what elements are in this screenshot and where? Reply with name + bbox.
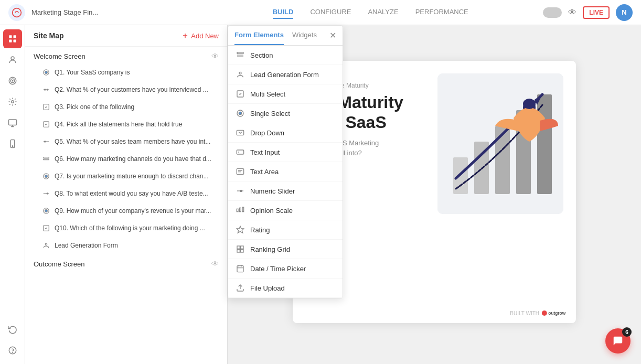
svg-rect-27 [44, 159, 49, 160]
sidebar-item-home[interactable] [3, 29, 22, 48]
svg-point-14 [12, 352, 13, 352]
lead-gen-text: Lead Generation Form [55, 242, 118, 249]
icon-sidebar [0, 25, 25, 364]
element-item-opinion-scale[interactable]: Opinion Scale [228, 201, 343, 220]
element-label-single-select: Single Select [250, 110, 290, 117]
logo[interactable] [8, 4, 25, 21]
close-panel-button[interactable]: ✕ [329, 30, 336, 40]
question-item-q8[interactable]: Q8. To what extent would you say you hav… [29, 185, 223, 202]
tab-configure[interactable]: CONFIGURE [310, 6, 351, 19]
svg-point-0 [13, 8, 22, 17]
question-item-q9[interactable]: Q9. How much of your company's revenue i… [29, 202, 223, 219]
element-item-datetime[interactable]: Date / Time Picker [228, 259, 343, 279]
outcome-screen-section[interactable]: Outcome Screen 👁 [25, 254, 227, 271]
element-item-text-input[interactable]: Text Input [228, 143, 343, 162]
element-item-single-select[interactable]: Single Select [228, 104, 343, 123]
svg-rect-36 [237, 52, 243, 54]
element-label-multi-select: Multi Select [250, 90, 285, 98]
element-item-rating[interactable]: Rating [228, 220, 343, 240]
svg-point-9 [11, 101, 14, 103]
add-new-button[interactable]: Add New [181, 32, 219, 40]
element-item-numeric-slider[interactable]: Numeric Slider [228, 181, 343, 201]
main-layout: Site Map Add New Welcome Screen 👁 Q1. Yo… [0, 25, 641, 364]
svg-point-25 [45, 141, 46, 142]
chat-bubble[interactable]: 6 [605, 328, 631, 354]
toggle-switch[interactable] [543, 7, 562, 18]
sidebar-item-mobile[interactable] [3, 134, 22, 153]
question-item-q4[interactable]: Q4. Pick all the statements here that ho… [29, 116, 223, 133]
element-label-datetime: Date / Time Picker [250, 265, 306, 273]
element-item-lead-gen[interactable]: Lead Generation Form [228, 65, 343, 84]
datetime-icon [236, 264, 245, 273]
tab-form-elements[interactable]: Form Elements [234, 26, 284, 45]
element-label-file-upload: File Upload [250, 284, 285, 292]
question-item-q3[interactable]: Q3. Pick one of the following [29, 99, 223, 115]
text-input-icon [236, 147, 245, 157]
question-item-q6[interactable]: Q6. How many marketing channels do you h… [29, 151, 223, 167]
welcome-screen-section[interactable]: Welcome Screen 👁 [25, 47, 227, 63]
svg-rect-70 [495, 126, 510, 194]
sitemap-panel: Site Map Add New Welcome Screen 👁 Q1. Yo… [25, 25, 228, 364]
preview-icon[interactable]: 👁 [568, 8, 576, 17]
q6-type-icon [42, 155, 50, 163]
section-icon [236, 50, 245, 60]
svg-point-18 [45, 71, 48, 74]
q1-type-icon [42, 68, 50, 77]
svg-point-33 [45, 210, 48, 212]
svg-rect-55 [237, 246, 240, 249]
element-label-lead-gen: Lead Generation Form [250, 71, 319, 79]
sidebar-item-users[interactable] [3, 50, 22, 69]
element-item-dropdown[interactable]: Drop Down [228, 123, 343, 143]
q2-type-icon [42, 85, 50, 94]
q5-text: Q5. What % of your sales team members ha… [55, 138, 210, 145]
svg-point-5 [11, 57, 14, 60]
q8-text: Q8. To what extent would you say you hav… [55, 190, 208, 197]
svg-rect-56 [241, 246, 243, 249]
svg-rect-59 [237, 266, 243, 272]
form-elements-panel: Form Elements Widgets ✕ Section Lead Gen… [228, 25, 343, 298]
element-item-ranking-grid[interactable]: Ranking Grid [228, 240, 343, 259]
element-label-numeric-slider: Numeric Slider [250, 187, 295, 195]
element-item-text-area[interactable]: Text Area [228, 162, 343, 181]
rating-icon [236, 225, 245, 234]
question-item-q2[interactable]: Q2. What % of your customers have you in… [29, 81, 223, 98]
top-navigation: Marketing Stage Fin... BUILD CONFIGURE A… [0, 0, 641, 25]
sidebar-item-monitor[interactable] [3, 113, 22, 132]
tab-performance[interactable]: PERFORMANCE [415, 6, 468, 19]
tab-widgets[interactable]: Widgets [292, 26, 317, 45]
q9-text: Q9. How much of your company's revenue i… [55, 207, 211, 215]
svg-point-35 [45, 243, 47, 245]
lead-gen-item[interactable]: Lead Generation Form [29, 237, 223, 254]
sidebar-item-settings[interactable] [3, 92, 22, 111]
q4-text: Q4. Pick all the statements here that ho… [55, 121, 182, 128]
question-item-q10[interactable]: Q10. Which of the following is your mark… [29, 220, 223, 237]
q6-text: Q6. How many marketing channels do you h… [55, 155, 211, 163]
question-item-q5[interactable]: Q5. What % of your sales team members ha… [29, 133, 223, 150]
tab-analyze[interactable]: ANALYZE [368, 6, 398, 19]
multi-select-icon [236, 89, 245, 99]
tab-build[interactable]: BUILD [273, 6, 294, 19]
svg-point-21 [47, 89, 48, 90]
ranking-grid-icon [236, 244, 245, 254]
q3-type-icon [42, 103, 50, 111]
dropdown-icon [236, 128, 245, 137]
live-button[interactable]: LIVE [583, 6, 610, 19]
lead-gen-icon [42, 241, 50, 250]
sidebar-item-target[interactable] [3, 71, 22, 90]
element-item-file-upload[interactable]: File Upload [228, 279, 343, 298]
question-item-q1[interactable]: Q1. Your SaaS company is [29, 64, 223, 81]
outcome-eye-icon[interactable]: 👁 [211, 260, 219, 268]
panel-tabs: Form Elements Widgets ✕ [228, 26, 343, 46]
sidebar-item-refresh[interactable] [3, 320, 22, 339]
add-new-label: Add New [191, 32, 219, 40]
element-item-multi-select[interactable]: Multi Select [228, 84, 343, 104]
svg-rect-52 [240, 208, 241, 211]
lead-gen-form-icon [236, 70, 245, 79]
user-avatar[interactable]: N [616, 4, 633, 21]
welcome-eye-icon[interactable]: 👁 [211, 52, 219, 60]
element-item-section[interactable]: Section [228, 46, 343, 65]
question-item-q7[interactable]: Q7. Is your marketing mature enough to d… [29, 168, 223, 185]
sidebar-item-help[interactable] [3, 341, 22, 360]
nav-tabs: BUILD CONFIGURE ANALYZE PERFORMANCE [204, 6, 537, 19]
svg-point-20 [45, 89, 46, 90]
